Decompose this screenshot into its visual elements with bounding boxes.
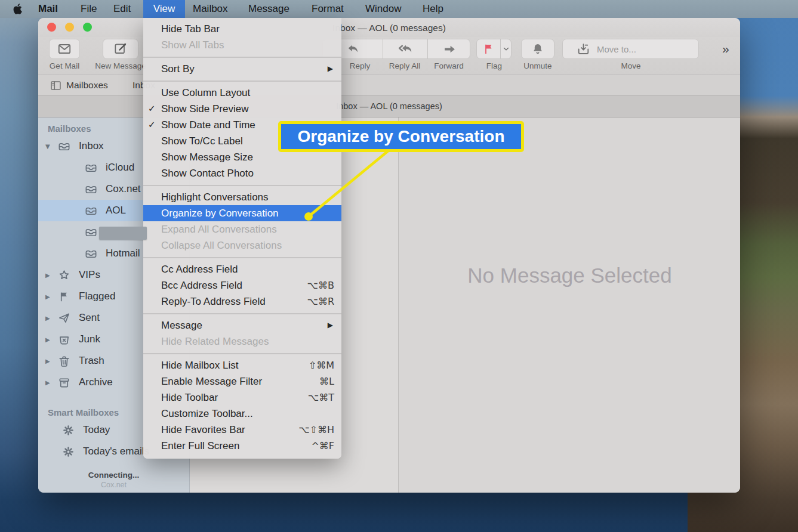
disclosure-closed-icon[interactable]: ▶ <box>45 272 54 279</box>
get-mail-button[interactable] <box>49 39 80 59</box>
menu-item-label: Show To/Cc Label <box>161 135 243 147</box>
menu-item-use-column-layout[interactable]: Use Column Layout <box>143 85 341 101</box>
sidebar-item-label: Inbox <box>79 140 104 152</box>
menu-item-label: Show Message Size <box>161 151 253 163</box>
envelope-icon <box>57 41 72 57</box>
menu-item-organize-by-conversation[interactable]: Organize by Conversation <box>143 205 341 221</box>
menu-item-show-side-preview[interactable]: ✓Show Side Preview <box>143 101 341 117</box>
disclosure-closed-icon[interactable]: ▶ <box>45 379 54 386</box>
callout-label: Organize by Conversation <box>298 127 505 146</box>
forward-label: Forward <box>434 61 464 70</box>
flag-label: Flag <box>486 61 502 70</box>
menu-separator <box>143 253 341 261</box>
menu-item-label: Hide Mailbox List <box>161 360 238 371</box>
menu-item-label: Show Contact Photo <box>161 168 254 179</box>
menu-item-cc-address-field[interactable]: Cc Address Field <box>143 261 341 277</box>
menu-separator <box>143 181 341 189</box>
unmute-button[interactable] <box>521 39 554 59</box>
disclosure-closed-icon[interactable]: ▶ <box>45 336 54 343</box>
disclosure-closed-icon[interactable]: ▶ <box>45 358 54 364</box>
menu-item-hide-mailbox-list[interactable]: Hide Mailbox List⇧⌘M <box>143 357 341 373</box>
flag-button[interactable] <box>476 39 512 59</box>
inbox-tray-icon <box>57 140 71 153</box>
reply-all-icon <box>397 41 414 57</box>
minimize-button[interactable] <box>65 23 74 32</box>
menu-file[interactable]: File <box>81 0 97 18</box>
status-line: Connecting... <box>38 471 189 480</box>
redacted-account-name <box>99 227 147 240</box>
sidebar-panel-icon <box>50 79 62 92</box>
status-account: Cox.net <box>38 481 189 489</box>
menu-window[interactable]: Window <box>365 0 401 18</box>
menu-item-bcc-address-field[interactable]: Bcc Address Field⌥⌘B <box>143 277 341 293</box>
submenu-arrow-icon: ▶ <box>328 317 333 333</box>
sidebar-item-label: Sent <box>79 312 100 324</box>
inbox-tray-icon <box>84 204 98 218</box>
gear-icon <box>61 423 75 437</box>
menu-item-hide-favorites-bar[interactable]: Hide Favorites Bar⌥⇧⌘H <box>143 422 341 438</box>
menu-item-label: Enable Message Filter <box>161 376 262 387</box>
flag-dropdown-button[interactable] <box>501 39 512 58</box>
menu-separator <box>143 77 341 85</box>
forward-button[interactable] <box>428 39 471 58</box>
apple-menu-icon[interactable] <box>13 3 23 15</box>
sidebar-item-label: Today's emails <box>83 446 149 457</box>
flag-icon[interactable] <box>477 39 500 58</box>
sidebar-item-label: Junk <box>79 333 100 345</box>
sidebar-item-label: Cox.net <box>106 183 141 195</box>
new-message-button[interactable] <box>103 39 138 59</box>
move-to-icon <box>576 42 591 57</box>
move-label: Move <box>621 61 640 70</box>
menu-item-label: Show Date and Time <box>161 119 255 131</box>
inbox-tray-icon <box>84 183 98 196</box>
menu-item-sort-by[interactable]: Sort By▶ <box>143 61 341 77</box>
disclosure-open-icon[interactable]: ▼ <box>45 143 54 150</box>
reply-button-group <box>322 39 470 59</box>
reply-label: Reply <box>350 61 371 70</box>
menu-mail[interactable]: Mail <box>38 0 58 18</box>
menu-item-label: Bcc Address Field <box>161 280 242 291</box>
message-view-pane: No Message Selected <box>399 117 740 493</box>
menu-item-label: Show All Tabs <box>161 39 224 51</box>
menu-item-reply-to-address-field[interactable]: Reply-To Address Field⌥⌘R <box>143 293 341 310</box>
menu-help[interactable]: Help <box>423 0 443 18</box>
toolbar-overflow-button[interactable]: » <box>722 42 728 56</box>
menu-message[interactable]: Message <box>248 0 289 18</box>
menu-edit[interactable]: Edit <box>113 0 131 18</box>
reply-all-label: Reply All <box>389 61 421 70</box>
callout-organize-by-conversation: Organize by Conversation <box>278 121 524 152</box>
menu-item-enable-message-filter[interactable]: Enable Message Filter⌘L <box>143 373 341 389</box>
favorites-mailboxes[interactable]: Mailboxes <box>50 75 108 95</box>
shortcut-label: ⌘L <box>319 373 334 389</box>
menu-separator <box>143 53 341 61</box>
sidebar-item-label: Trash <box>79 355 104 367</box>
menu-item-expand-all-conversations: Expand All Conversations <box>143 221 341 237</box>
menu-format[interactable]: Format <box>312 0 344 18</box>
submenu-arrow-icon: ▶ <box>328 61 333 77</box>
forward-icon <box>442 41 458 57</box>
zoom-button[interactable] <box>83 23 92 32</box>
close-button[interactable] <box>47 23 56 32</box>
junk-icon <box>57 333 71 347</box>
menu-view[interactable]: View <box>143 0 185 18</box>
menu-item-enter-full-screen[interactable]: Enter Full Screen^⌘F <box>143 438 341 454</box>
menu-item-customize-toolbar[interactable]: Customize Toolbar... <box>143 406 341 422</box>
menu-bar: Mail File Edit View Mailbox Message Form… <box>0 0 798 18</box>
shortcut-label: ⌥⇧⌘H <box>298 422 334 438</box>
inbox-tray-icon <box>84 225 98 239</box>
disclosure-closed-icon[interactable]: ▶ <box>45 315 54 321</box>
menu-item-hide-toolbar[interactable]: Hide Toolbar⌥⌘T <box>143 389 341 406</box>
move-to-button[interactable]: Move to... <box>562 39 699 59</box>
archive-icon <box>57 376 71 389</box>
menu-item-label: Highlight Conversations <box>161 191 269 203</box>
menu-mailbox[interactable]: Mailbox <box>193 0 228 18</box>
reply-all-button[interactable] <box>383 39 427 58</box>
shortcut-label: ⌥⌘T <box>308 389 334 406</box>
menu-item-message[interactable]: Message▶ <box>143 317 341 333</box>
disclosure-closed-icon[interactable]: ▶ <box>45 293 54 300</box>
menu-item-hide-tab-bar[interactable]: Hide Tab Bar <box>143 21 341 37</box>
menu-item-show-contact-photo[interactable]: Show Contact Photo <box>143 165 341 181</box>
menu-item-highlight-conversations[interactable]: Highlight Conversations <box>143 189 341 205</box>
bell-icon <box>531 42 545 56</box>
tab-title: Inbox — AOL (0 messages) <box>336 101 442 111</box>
